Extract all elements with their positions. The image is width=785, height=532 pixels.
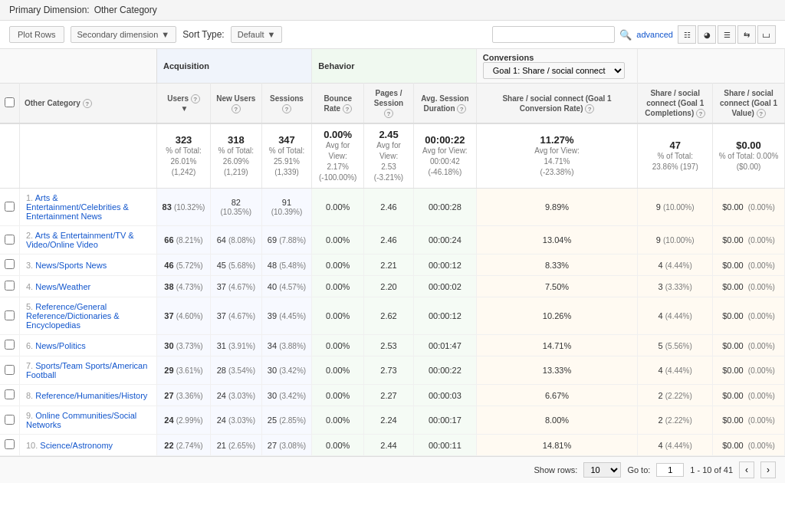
bounce-rate-cell: 0.00% bbox=[312, 406, 364, 435]
new-users-cell: 28 (3.54%) bbox=[211, 356, 262, 385]
row-checkbox-4[interactable] bbox=[5, 310, 15, 320]
row-checkbox-5[interactable] bbox=[5, 340, 15, 350]
category-link[interactable]: Sports/Team Sports/American Football bbox=[26, 361, 147, 379]
pivot-view-icon[interactable]: ⌴ bbox=[757, 25, 776, 44]
row-checkbox-cell bbox=[0, 435, 20, 456]
prev-page-button[interactable]: ‹ bbox=[739, 461, 754, 478]
bar-view-icon[interactable]: ☰ bbox=[718, 25, 736, 44]
table-row: 7. Sports/Team Sports/American Football … bbox=[0, 356, 785, 385]
sessions-help-icon[interactable]: ? bbox=[282, 104, 291, 113]
grid-view-icon[interactable]: ☷ bbox=[678, 25, 696, 44]
sessions-cell: 91 (10.39%) bbox=[261, 189, 312, 226]
range-label: 1 - 10 of 41 bbox=[690, 465, 733, 475]
value-cell: $0.00 (0.00%) bbox=[713, 276, 785, 297]
next-page-button[interactable]: › bbox=[760, 461, 776, 478]
value-help-icon[interactable]: ? bbox=[757, 109, 766, 118]
avg-duration-help-icon[interactable]: ? bbox=[457, 104, 466, 113]
sort-type-dropdown[interactable]: Default ▼ bbox=[231, 26, 283, 43]
pages-session-cell: 2.27 bbox=[364, 385, 414, 406]
new-users-help-icon[interactable]: ? bbox=[232, 104, 241, 113]
conv-rate-col-header[interactable]: Share / social connect (Goal 1 Conversio… bbox=[476, 84, 638, 124]
category-link[interactable]: News/Sports News bbox=[35, 261, 107, 270]
summary-conv-rate: 11.27% Avg for View: 14.71% (-23.38%) bbox=[476, 123, 638, 189]
completions-col-header[interactable]: Share / social connect (Goal 1 Completio… bbox=[638, 84, 713, 124]
row-checkbox-2[interactable] bbox=[5, 259, 15, 269]
search-input[interactable] bbox=[492, 26, 615, 43]
avg-duration-cell: 00:01:47 bbox=[414, 335, 477, 356]
pages-session-cell: 2.20 bbox=[364, 276, 414, 297]
category-link[interactable]: Science/Astronomy bbox=[40, 441, 113, 450]
row-checkbox-7[interactable] bbox=[5, 389, 15, 399]
bounce-rate-help-icon[interactable]: ? bbox=[343, 104, 352, 113]
value-col-header[interactable]: Share / social connect (Goal 1 Value) ? bbox=[713, 84, 785, 124]
sessions-cell: 34 (3.88%) bbox=[261, 335, 312, 356]
summary-new-users: 318 % of Total: 26.09% (1,219) bbox=[211, 123, 262, 189]
value-cell: $0.00 (0.00%) bbox=[713, 385, 785, 406]
category-link[interactable]: Arts & Entertainment/TV & Video/Online V… bbox=[26, 231, 134, 249]
goal-selector-dropdown[interactable]: Goal 1: Share / social connect bbox=[483, 62, 625, 79]
table-row: 5. Reference/General Reference/Dictionar… bbox=[0, 297, 785, 335]
users-cell: 83 (10.32%) bbox=[157, 189, 211, 226]
secondary-dimension-dropdown[interactable]: Secondary dimension ▼ bbox=[71, 26, 177, 43]
category-link[interactable]: Reference/General Reference/Dictionaries… bbox=[26, 302, 120, 330]
other-category-help-icon[interactable]: ? bbox=[83, 99, 92, 108]
completions-cell: 4 (4.44%) bbox=[638, 255, 713, 276]
completions-cell: 2 (2.22%) bbox=[638, 406, 713, 435]
users-col-header[interactable]: Users ? ▼ bbox=[157, 84, 211, 124]
advanced-link[interactable]: advanced bbox=[636, 30, 673, 39]
users-cell: 24 (2.99%) bbox=[157, 406, 211, 435]
show-rows-select[interactable]: 10 25 50 100 bbox=[583, 462, 621, 478]
avg-duration-col-header[interactable]: Avg. Session Duration ? bbox=[414, 84, 477, 124]
row-checkbox-6[interactable] bbox=[5, 365, 15, 375]
plot-rows-button[interactable]: Plot Rows bbox=[9, 26, 64, 43]
section-header-row: Acquisition Behavior Conversions Goal 1:… bbox=[0, 49, 785, 84]
summary-completions: 47 % of Total: 23.86% (197) bbox=[638, 123, 713, 189]
new-users-col-header[interactable]: New Users ? bbox=[211, 84, 262, 124]
row-checkbox-8[interactable] bbox=[5, 415, 15, 425]
category-link[interactable]: Online Communities/Social Networks bbox=[26, 411, 136, 429]
row-checkbox-3[interactable] bbox=[5, 281, 15, 291]
conv-rate-cell: 14.81% bbox=[476, 435, 638, 456]
users-cell: 22 (2.74%) bbox=[157, 435, 211, 456]
acquisition-section-header: Acquisition bbox=[157, 49, 312, 84]
bounce-rate-cell: 0.00% bbox=[312, 297, 364, 335]
bounce-rate-cell: 0.00% bbox=[312, 255, 364, 276]
category-link[interactable]: Arts & Entertainment/Celebrities & Enter… bbox=[26, 193, 129, 221]
completions-help-icon[interactable]: ? bbox=[696, 109, 705, 118]
sessions-cell: 69 (7.88%) bbox=[261, 226, 312, 255]
category-cell: 3. News/Sports News bbox=[20, 255, 157, 276]
category-link[interactable]: Reference/Humanities/History bbox=[35, 391, 147, 400]
select-all-checkbox[interactable] bbox=[5, 97, 15, 107]
row-checkbox-0[interactable] bbox=[5, 202, 15, 212]
row-checkbox-9[interactable] bbox=[5, 439, 15, 449]
users-help-icon[interactable]: ? bbox=[191, 94, 200, 103]
compare-view-icon[interactable]: ⇆ bbox=[737, 25, 756, 44]
go-to-input[interactable]: 1 bbox=[656, 463, 684, 477]
conv-rate-cell: 8.00% bbox=[476, 406, 638, 435]
pages-session-help-icon[interactable]: ? bbox=[384, 109, 393, 118]
users-sort-arrow: ▼ bbox=[181, 103, 189, 113]
conv-rate-help-icon[interactable]: ? bbox=[585, 104, 594, 113]
completions-cell: 3 (3.33%) bbox=[638, 276, 713, 297]
go-to-label: Go to: bbox=[627, 465, 650, 475]
new-users-cell: 37 (4.67%) bbox=[211, 297, 262, 335]
category-cell: 1. Arts & Entertainment/Celebrities & En… bbox=[20, 189, 157, 226]
pages-session-cell: 2.46 bbox=[364, 226, 414, 255]
category-link[interactable]: News/Weather bbox=[35, 282, 90, 291]
category-link[interactable]: News/Politics bbox=[35, 341, 85, 350]
value-cell: $0.00 (0.00%) bbox=[713, 189, 785, 226]
conv-rate-cell: 9.89% bbox=[476, 189, 638, 226]
bounce-rate-cell: 0.00% bbox=[312, 335, 364, 356]
bounce-rate-col-header[interactable]: Bounce Rate ? bbox=[312, 84, 364, 124]
row-checkbox-1[interactable] bbox=[5, 235, 15, 245]
pie-view-icon[interactable]: ◕ bbox=[698, 25, 716, 44]
sessions-cell: 30 (3.42%) bbox=[261, 385, 312, 406]
pages-session-col-header[interactable]: Pages / Session ? bbox=[364, 84, 414, 124]
conv-rate-cell: 8.33% bbox=[476, 255, 638, 276]
summary-bounce-rate: 0.00% Avg for View: 2.17% (-100.00%) bbox=[312, 123, 364, 189]
sessions-col-header[interactable]: Sessions ? bbox=[261, 84, 312, 124]
toolbar: Plot Rows Secondary dimension ▼ Sort Typ… bbox=[0, 21, 785, 49]
sort-type-label: Sort Type: bbox=[182, 29, 224, 40]
search-icon[interactable]: 🔍 bbox=[619, 29, 632, 41]
new-users-cell: 82 (10.35%) bbox=[211, 189, 262, 226]
